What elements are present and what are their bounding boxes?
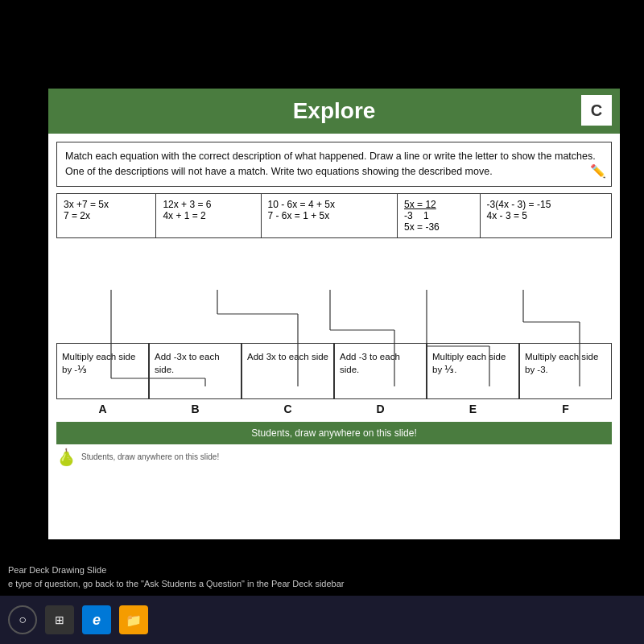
- label-D: D: [334, 402, 427, 415]
- edge-browser-button[interactable]: e: [82, 605, 111, 634]
- task-view-button[interactable]: ⊞: [45, 605, 74, 634]
- bottom-line1: Pear Deck Drawing Slide: [8, 564, 345, 578]
- instructions-text: Match each equation with the correct des…: [65, 151, 596, 177]
- desc-labels-row: A B C D E F: [56, 402, 612, 415]
- taskbar: ○ ⊞ e 📁: [0, 596, 644, 644]
- eq-cell-4: 5x = 12 -3 1 5x = -36: [398, 193, 481, 237]
- eq-cell-3: 10 - 6x = 4 + 5x 7 - 6x = 1 + 5x: [261, 193, 398, 237]
- desc-cell-F: Multiply each side by -3.: [519, 343, 612, 399]
- desc-cell-B: Add -3x to each side.: [149, 343, 242, 399]
- eq-cell-5: -3(4x - 3) = -15 4x - 3 = 5: [480, 193, 611, 237]
- eq-cell-2: 12x + 3 = 6 4x + 1 = 2: [156, 193, 261, 237]
- pear-deck-area: 🍐 Students, draw anywhere on this slide!: [48, 444, 620, 470]
- instructions-box: Match each equation with the correct des…: [56, 142, 612, 187]
- desc-cell-E: Multiply each side by ⅓.: [427, 343, 519, 399]
- desc-cell-A: Multiply each side by -⅓: [56, 343, 149, 399]
- label-E: E: [427, 402, 519, 415]
- equations-table: 3x +7 = 5x 7 = 2x 12x + 3 = 6 4x + 1 = 2…: [56, 193, 612, 238]
- green-bar-bottom: Students, draw anywhere on this slide!: [56, 422, 612, 444]
- label-A: A: [56, 402, 149, 415]
- green-bar-text: Students, draw anywhere on this slide!: [251, 427, 416, 439]
- descriptions-section: Multiply each side by -⅓ Add -3x to each…: [56, 343, 612, 415]
- bottom-text-area: Pear Deck Drawing Slide e type of questi…: [8, 564, 345, 592]
- label-C: C: [242, 402, 334, 415]
- bottom-line2: e type of question, go back to the "Ask …: [8, 577, 345, 592]
- desc-cell-D: Add -3 to each side.: [334, 343, 427, 399]
- pencil-icon: ✏️: [590, 162, 606, 181]
- start-button[interactable]: ○: [8, 605, 37, 634]
- header-bar: Explore C: [48, 89, 620, 134]
- label-B: B: [149, 402, 242, 415]
- file-explorer-button[interactable]: 📁: [119, 605, 148, 634]
- descriptions-row: Multiply each side by -⅓ Add -3x to each…: [56, 343, 612, 399]
- label-F: F: [519, 402, 612, 415]
- eq-cell-1: 3x +7 = 5x 7 = 2x: [57, 193, 156, 237]
- slide-title: Explore: [293, 98, 376, 124]
- presentation-area: Explore C Match each equation with the c…: [48, 89, 620, 539]
- c-box: C: [581, 95, 612, 126]
- desc-cell-C: Add 3x to each side: [242, 343, 334, 399]
